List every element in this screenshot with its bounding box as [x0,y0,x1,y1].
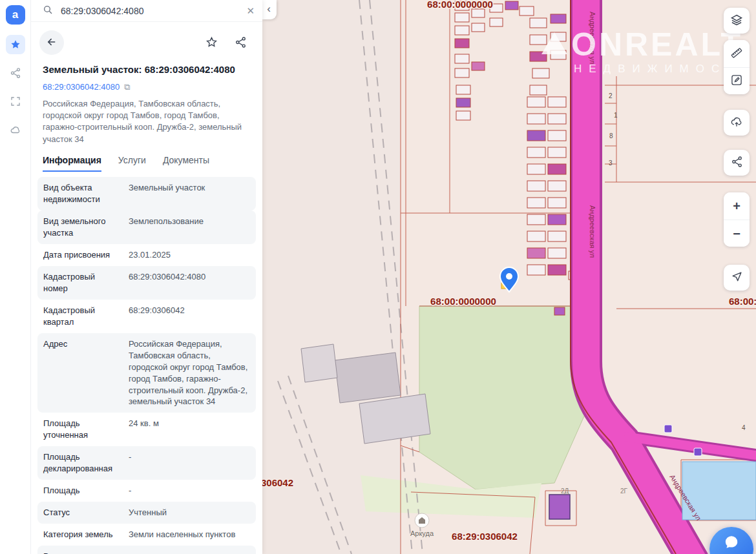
share-icon [10,67,21,79]
info-row-label: Дата присвоения [43,249,120,261]
svg-text:2Г: 2Г [620,487,628,495]
object-address: Российская Федерация, Тамбовская область… [43,98,247,146]
share-object-button[interactable] [235,36,247,50]
panel-header [31,22,262,55]
search-bar: ✕ [31,0,262,22]
info-row-value: Земельный участок [129,182,249,205]
info-row: Площадь - [37,480,256,502]
street-name-label: Андреевская ул [589,205,596,258]
info-row: Адрес Российская Федерация, Тамбовская о… [37,333,256,413]
pencil-square-icon [730,74,743,88]
info-row-label: Площадь декларированная [43,451,120,475]
cloud-icon [10,124,21,136]
info-row-value [129,551,249,554]
tab-information[interactable]: Информация [43,155,101,172]
info-row-value: Российская Федерация, Тамбовская область… [129,338,249,408]
tab-documents[interactable]: Документы [163,155,209,172]
cadastral-number-link[interactable]: 68:29:0306042:4080 [43,82,120,92]
info-row-value: Землепользование [129,216,249,239]
info-row-label: Адрес [43,338,120,408]
info-row: Вид земельного участка Землепользование [37,210,256,244]
map-canvas[interactable]: Андреевская ул Андреевская ул Андреевска… [262,0,756,554]
info-row-value: 68:29:0306042 [129,305,249,328]
search-icon [43,5,53,17]
search-input[interactable] [59,5,240,17]
share-icon [731,156,743,170]
highlighted-building [549,495,570,519]
header-actions [205,36,247,50]
info-row: Кадастровый квартал 68:29:0306042 [37,300,256,333]
locate-button[interactable] [724,265,750,291]
plus-icon: + [733,200,740,212]
star-icon [10,39,21,50]
chat-bubble-icon [723,534,740,554]
cadastral-label: 306042 [262,477,293,488]
info-row-label: Кадастровый квартал [43,305,120,328]
back-arrow-icon [46,36,58,50]
navigation-arrow-icon [731,271,743,285]
favorites-rail-button[interactable] [6,35,25,54]
cadastral-label: 68:29:0306042 [452,531,518,542]
svg-text:8: 8 [609,132,613,139]
info-row-value: - [129,451,249,475]
fullscreen-icon [10,96,21,107]
side-panel: ✕ [31,0,262,554]
info-row-value: - [129,485,249,497]
info-row-value: 23.01.2025 [129,249,249,261]
cadastral-label: 68:00: [729,296,756,307]
info-row-label: Вид [43,551,120,554]
back-button[interactable] [39,30,64,55]
cadastral-label: 68:00:0000000 [430,296,496,307]
svg-text:2: 2 [609,92,613,99]
info-row-label: Площадь уточненная [43,418,120,441]
ruler-button[interactable] [724,40,750,67]
svg-text:1: 1 [614,112,618,119]
panel-body: Земельный участок: 68:29:0306042:4080 68… [31,22,262,554]
zoom-controls: + − [724,192,750,247]
favorite-button[interactable] [205,36,218,50]
info-row-value: Земли населенных пунктов [129,529,249,540]
zoom-in-button[interactable]: + [724,192,750,220]
info-row-label: Категория земель [43,529,120,540]
cadastral-link-row: 68:29:0306042:4080 ⧉ [43,82,251,92]
info-row-label: Вид объекта недвижимости [43,182,120,205]
layers-button[interactable] [724,8,750,34]
left-rail: a [0,0,31,554]
cloud-rail-button[interactable] [6,120,25,139]
info-row-label: Статус [43,507,120,518]
app-logo: a [6,5,25,25]
ruler-icon [730,46,743,61]
poi-label: Аркуда [410,529,434,537]
info-row-value: 68:29:0306042:4080 [129,271,249,294]
share-rail-button[interactable] [6,63,25,83]
info-row-value: 24 кв. м [129,418,249,441]
svg-text:2Д: 2Д [561,487,569,495]
cadastral-label: 68:00:0000000 [427,0,493,10]
tab-services[interactable]: Услуги [118,155,146,172]
info-row: Категория земель Земли населенных пункто… [37,524,256,546]
upload-button[interactable] [724,110,750,136]
zoom-out-button[interactable]: − [724,220,750,247]
watermark: ONREALT НЕДВИЖИМОСТЬ [541,26,754,75]
info-row: Площадь уточненная 24 кв. м [37,413,256,446]
info-row: Кадастровый номер 68:29:0306042:4080 [37,266,256,300]
copy-icon[interactable]: ⧉ [124,82,130,92]
svg-text:3: 3 [609,159,613,167]
clear-search-button[interactable]: ✕ [246,6,255,15]
info-row-value: Учтенный [129,507,249,518]
tabs: Информация Услуги Документы [31,155,262,172]
share-map-button[interactable] [724,150,750,176]
star-outline-icon [205,36,218,50]
info-row: Площадь декларированная - [37,446,256,480]
share-icon [235,36,247,50]
info-row: Дата присвоения 23.01.2025 [37,244,256,266]
fullscreen-rail-button[interactable] [6,92,25,111]
map-area: Андреевская ул Андреевская ул Андреевска… [262,0,756,554]
watermark-brand: ONREALT [571,26,743,63]
svg-text:4: 4 [742,424,746,431]
collapse-panel-button[interactable]: ‹ [262,0,277,19]
info-row: Статус Учтенный [37,502,256,524]
page-title: Земельный участок: 68:29:0306042:4080 [43,63,251,76]
edit-button[interactable] [724,67,750,94]
info-row-label: Кадастровый номер [43,271,120,294]
